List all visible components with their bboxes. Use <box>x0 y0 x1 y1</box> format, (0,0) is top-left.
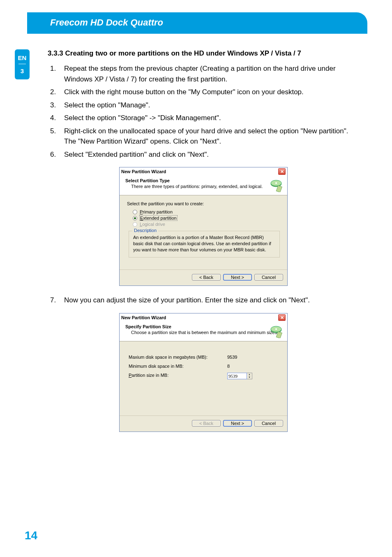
sidebar-tab: EN 3 <box>15 49 30 79</box>
radio-extended-label: Extended partition <box>140 216 177 220</box>
dialog-specify-partition-size: New Partition Wizard ✕ Specify Partition… <box>119 313 288 432</box>
dialog2-header: Specify Partition Size Choose a partitio… <box>120 322 287 341</box>
dialog1-header: Select Partition Type There are three ty… <box>120 176 287 195</box>
cancel-button[interactable]: Cancel <box>254 274 283 281</box>
sidebar-lang: EN <box>15 54 30 64</box>
min-value: 8 <box>227 364 260 369</box>
partition-size-input[interactable] <box>227 373 247 379</box>
radio-logical <box>133 222 137 227</box>
back-button[interactable]: < Back <box>192 420 221 427</box>
steps-list-top: Repeat the steps from the previous chapt… <box>48 63 359 160</box>
dialog2-footer: < Back Next > Cancel <box>120 415 287 432</box>
dialog1-titlebar: New Partition Wizard ✕ <box>120 167 287 176</box>
description-fieldset: Description An extended partition is a p… <box>129 231 280 258</box>
dialog2-header-sub: Choose a partition size that is between … <box>125 329 283 335</box>
description-text: An extended partition is a portion of a … <box>133 234 275 253</box>
step-6: Select "Extended partition" and click on… <box>48 149 359 160</box>
step-7: Now you can adjust the size of your part… <box>48 295 359 306</box>
size-label: Partition size in MB: <box>129 373 215 379</box>
content-area: 3.3.3 Creating two or more partitions on… <box>48 49 359 441</box>
spin-up-icon[interactable]: ▲ <box>247 373 252 376</box>
step-4: Select the option "Storage" -> "Disk Man… <box>48 113 359 123</box>
page-number: 14 <box>25 529 37 542</box>
sidebar-divider <box>18 64 26 64</box>
dialog1-window-title: New Partition Wizard <box>121 169 166 174</box>
size-grid: Maxium disk space in megabytes (MB): 953… <box>129 355 278 379</box>
radio-primary-label: Primary partition <box>140 209 173 214</box>
row-size: Partition size in MB: ▲ ▼ <box>129 373 278 379</box>
row-max: Maxium disk space in megabytes (MB): 953… <box>129 355 278 360</box>
sidebar-chapter: 3 <box>15 67 30 74</box>
page-title-bar: Freecom HD Dock Quattro <box>27 12 367 34</box>
close-icon[interactable]: ✕ <box>278 314 286 321</box>
dialog2-titlebar: New Partition Wizard ✕ <box>120 313 287 322</box>
radio-primary-row[interactable]: Primary partition <box>133 209 280 214</box>
step-2: Click with the right mouse button on the… <box>48 87 359 97</box>
page-title: Freecom HD Dock Quattro <box>50 17 163 28</box>
dialog1-footer: < Back Next > Cancel <box>120 269 287 285</box>
spinbox-buttons[interactable]: ▲ ▼ <box>247 373 252 379</box>
dialog2-window-title: New Partition Wizard <box>121 315 166 320</box>
svg-point-2 <box>275 182 277 184</box>
radio-primary[interactable] <box>133 210 137 214</box>
radio-logical-row: Logical drive <box>133 222 280 227</box>
max-label: Maxium disk space in megabytes (MB): <box>129 355 215 360</box>
radio-logical-label: Logical drive <box>140 222 165 227</box>
dialog1-body: Select the partition you want to create:… <box>120 195 287 269</box>
step-5: Right-click on the unallocated space of … <box>48 126 359 147</box>
dialog1-prompt: Select the partition you want to create: <box>127 201 280 206</box>
next-button[interactable]: Next > <box>223 420 252 427</box>
svg-point-6 <box>275 328 277 330</box>
dialog2-header-title: Specify Partition Size <box>125 324 283 329</box>
step-1: Repeat the steps from the previous chapt… <box>48 63 359 84</box>
dialog1-header-title: Select Partition Type <box>125 178 283 183</box>
spin-down-icon[interactable]: ▼ <box>247 376 252 379</box>
close-icon[interactable]: ✕ <box>278 168 286 175</box>
dialog1-header-sub: There are three types of partitions: pri… <box>125 183 283 189</box>
row-min: Minimum disk space in MB: 8 <box>129 364 278 369</box>
min-label: Minimum disk space in MB: <box>129 364 215 369</box>
steps-list-bottom: Now you can adjust the size of your part… <box>48 295 359 306</box>
next-button[interactable]: Next > <box>223 274 252 281</box>
back-button[interactable]: < Back <box>192 274 221 281</box>
disk-icon <box>269 178 283 192</box>
partition-size-spinbox[interactable]: ▲ ▼ <box>227 373 252 379</box>
step-3: Select the option "Manage". <box>48 100 359 111</box>
dialog2-body: Maxium disk space in megabytes (MB): 953… <box>120 341 287 415</box>
section-heading: 3.3.3 Creating two or more partitions on… <box>48 49 359 58</box>
description-legend: Description <box>132 228 158 233</box>
max-value: 9539 <box>227 355 260 360</box>
cancel-button[interactable]: Cancel <box>254 420 283 427</box>
dialog-select-partition-type: New Partition Wizard ✕ Select Partition … <box>119 167 288 286</box>
disk-icon <box>269 324 283 338</box>
radio-extended[interactable] <box>133 216 137 220</box>
radio-extended-row[interactable]: Extended partition <box>133 216 280 220</box>
